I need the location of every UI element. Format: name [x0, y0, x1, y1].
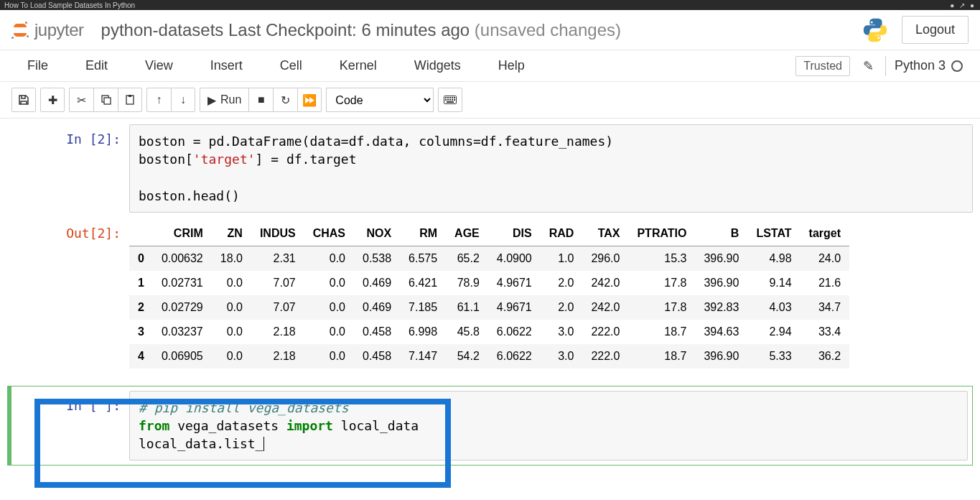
table-cell: 0.469 [354, 295, 400, 320]
table-cell: 222.0 [582, 320, 628, 344]
column-header: RM [400, 221, 446, 246]
code-input[interactable]: # pip install vega_datasets from vega_da… [129, 391, 968, 461]
table-cell: 0.0 [212, 320, 251, 344]
output-cell: Out[2]: CRIMZNINDUSCHASNOXRMAGEDISRADTAX… [7, 218, 973, 377]
move-down-button[interactable]: ↓ [171, 88, 195, 112]
output-prompt: Out[2]: [7, 218, 129, 371]
column-header: RAD [541, 221, 583, 246]
edit-icon[interactable]: ✎ [863, 58, 874, 74]
move-up-button[interactable]: ↑ [146, 88, 171, 112]
svg-rect-3 [129, 95, 131, 97]
table-cell: 3.0 [541, 320, 583, 344]
svg-rect-6 [447, 97, 449, 98]
trusted-indicator[interactable]: Trusted [795, 56, 850, 76]
column-header: PTRATIO [628, 221, 695, 246]
table-cell: 4.03 [747, 295, 800, 320]
table-cell: 78.9 [446, 271, 488, 295]
menubar: File Edit View Insert Cell Kernel Widget… [0, 50, 980, 82]
table-cell: 4.9671 [488, 271, 541, 295]
table-cell: 242.0 [582, 271, 628, 295]
table-cell: 4.9671 [488, 295, 541, 320]
paste-icon [124, 94, 136, 106]
cut-button[interactable]: ✂ [69, 88, 93, 112]
celltype-select[interactable]: Code [326, 88, 434, 112]
table-cell: 0.03237 [153, 320, 212, 344]
table-cell: 65.2 [446, 246, 488, 271]
browser-tab-bar: How To Load Sample Datasets In Python ● … [0, 0, 980, 10]
table-cell: 296.0 [582, 246, 628, 271]
svg-rect-15 [447, 101, 454, 103]
copy-button[interactable] [93, 88, 118, 112]
menu-view[interactable]: View [135, 51, 183, 80]
table-cell: 242.0 [582, 295, 628, 320]
svg-rect-12 [449, 99, 451, 101]
kernel-name[interactable]: Python 3 [895, 58, 946, 73]
table-cell: 61.1 [446, 295, 488, 320]
column-header: CHAS [304, 221, 354, 246]
interrupt-button[interactable]: ■ [248, 88, 273, 112]
table-cell: 2.0 [541, 271, 583, 295]
add-cell-button[interactable]: ✚ [40, 88, 65, 112]
table-cell: 9.14 [747, 271, 800, 295]
notebook-title[interactable]: python-datasets Last Checkpoint: 6 minut… [101, 20, 621, 40]
table-cell: 0.469 [354, 271, 400, 295]
svg-rect-8 [452, 97, 453, 98]
row-index: 4 [129, 344, 153, 369]
table-cell: 0.0 [212, 344, 251, 369]
command-palette-button[interactable] [438, 88, 462, 112]
column-header: CRIM [153, 221, 212, 246]
table-cell: 4.98 [747, 246, 800, 271]
column-header: target [801, 221, 849, 246]
menu-cell[interactable]: Cell [270, 51, 312, 80]
table-cell: 6.998 [400, 320, 446, 344]
table-cell: 0.02729 [153, 295, 212, 320]
paste-button[interactable] [118, 88, 142, 112]
table-cell: 7.147 [400, 344, 446, 369]
row-index: 1 [129, 271, 153, 295]
column-header: DIS [488, 221, 541, 246]
run-button[interactable]: ▶ Run [200, 88, 248, 112]
window-controls[interactable]: ● ↗ ● [950, 1, 976, 9]
table-cell: 222.0 [582, 344, 628, 369]
table-cell: 0.06905 [153, 344, 212, 369]
dataframe-table: CRIMZNINDUSCHASNOXRMAGEDISRADTAXPTRATIOB… [129, 221, 849, 369]
table-cell: 2.0 [541, 295, 583, 320]
menu-kernel[interactable]: Kernel [330, 51, 387, 80]
table-cell: 6.0622 [488, 320, 541, 344]
table-cell: 7.07 [251, 295, 304, 320]
table-cell: 0.0 [212, 295, 251, 320]
menu-widgets[interactable]: Widgets [404, 51, 471, 80]
table-cell: 0.538 [354, 246, 400, 271]
column-header: NOX [354, 221, 400, 246]
svg-rect-5 [445, 97, 447, 98]
kernel-indicator-icon [951, 60, 963, 72]
table-cell: 18.0 [212, 246, 251, 271]
table-cell: 7.07 [251, 271, 304, 295]
table-cell: 45.8 [446, 320, 488, 344]
keyboard-icon [444, 96, 457, 104]
code-input[interactable]: boston = pd.DataFrame(data=df.data, colu… [129, 124, 973, 213]
jupyter-logo[interactable]: jupyter [11, 20, 84, 40]
column-header: B [695, 221, 747, 246]
selected-code-cell[interactable]: In [ ]: # pip install vega_datasets from… [7, 386, 973, 466]
table-cell: 17.8 [628, 271, 695, 295]
svg-rect-1 [104, 98, 111, 104]
menu-insert[interactable]: Insert [200, 51, 253, 80]
column-header [129, 221, 153, 246]
save-button[interactable] [11, 88, 36, 112]
table-cell: 0.458 [354, 320, 400, 344]
input-prompt: In [2]: [7, 124, 129, 213]
menu-help[interactable]: Help [488, 51, 535, 80]
row-index: 0 [129, 246, 153, 271]
menu-file[interactable]: File [17, 51, 58, 80]
table-cell: 0.0 [304, 246, 354, 271]
table-cell: 0.00632 [153, 246, 212, 271]
logout-button[interactable]: Logout [902, 16, 969, 44]
menu-edit[interactable]: Edit [75, 51, 118, 80]
table-cell: 0.458 [354, 344, 400, 369]
restart-button[interactable]: ↻ [273, 88, 297, 112]
svg-rect-14 [454, 99, 455, 101]
restart-run-all-button[interactable]: ⏩ [297, 88, 322, 112]
notebook-container[interactable]: In [2]: boston = pd.DataFrame(data=df.da… [0, 119, 980, 499]
code-cell[interactable]: In [2]: boston = pd.DataFrame(data=df.da… [7, 119, 973, 218]
